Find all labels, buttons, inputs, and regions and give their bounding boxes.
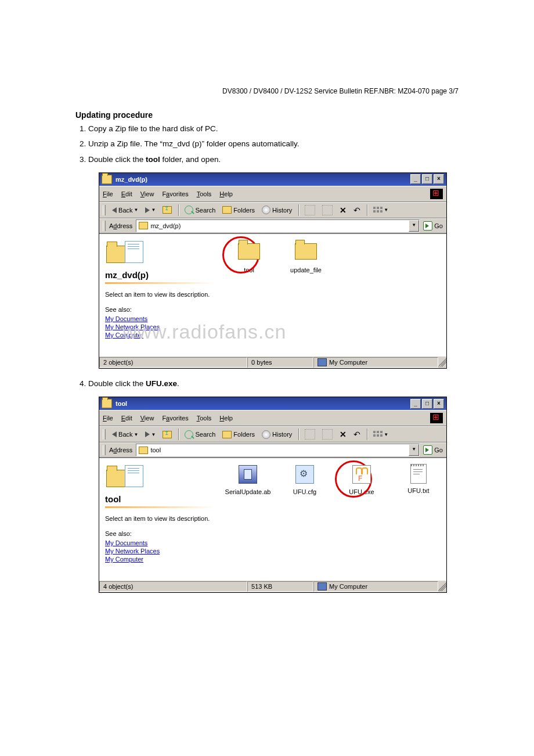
delete-button[interactable]: ✕ bbox=[337, 204, 349, 216]
search-icon bbox=[185, 206, 193, 214]
search-button[interactable]: Search bbox=[182, 429, 218, 440]
back-button[interactable]: Back▼ bbox=[109, 204, 141, 216]
history-button[interactable]: History bbox=[259, 204, 295, 216]
text-file-icon bbox=[410, 464, 427, 484]
menu-favorites[interactable]: Favorites bbox=[162, 190, 188, 197]
status-object-count: 4 object(s) bbox=[99, 581, 247, 592]
address-dropdown-button[interactable]: ▼ bbox=[409, 444, 419, 456]
undo-button[interactable]: ↶ bbox=[351, 429, 363, 440]
resize-grip[interactable] bbox=[438, 358, 446, 367]
title-bar[interactable]: mz_dvd(p) _ □ × bbox=[99, 173, 446, 186]
link-my-documents[interactable]: My Documents bbox=[105, 315, 215, 322]
maximize-button[interactable]: □ bbox=[422, 399, 432, 409]
forward-button[interactable]: ▼ bbox=[142, 429, 158, 440]
window-title: tool bbox=[116, 400, 409, 407]
close-button[interactable]: × bbox=[434, 174, 444, 184]
copy-to-button[interactable] bbox=[319, 204, 335, 216]
views-button[interactable]: ▼ bbox=[370, 429, 391, 440]
menu-view[interactable]: View bbox=[140, 415, 154, 422]
step-1: Copy a Zip file to the hard disk of PC. bbox=[88, 123, 482, 135]
views-icon bbox=[373, 207, 383, 214]
application-icon bbox=[239, 465, 257, 484]
hint-text: Select an item to view its description. bbox=[105, 291, 215, 298]
menu-tools[interactable]: Tools bbox=[197, 190, 212, 197]
move-icon bbox=[305, 429, 315, 440]
folders-button[interactable]: Folders bbox=[219, 204, 258, 216]
search-button[interactable]: Search bbox=[182, 204, 218, 216]
file-label: UFU.txt bbox=[395, 487, 442, 494]
link-my-network-places[interactable]: My Network Places bbox=[105, 323, 215, 330]
file-item-ufu-cfg[interactable]: UFU.cfg bbox=[282, 464, 328, 495]
toolbar-grip[interactable] bbox=[103, 205, 106, 215]
folder-item-update-file[interactable]: update_file bbox=[283, 240, 329, 273]
copy-to-button[interactable] bbox=[319, 429, 335, 440]
menu-edit[interactable]: Edit bbox=[121, 190, 132, 197]
menu-file[interactable]: File bbox=[103, 415, 113, 422]
folders-icon bbox=[222, 206, 232, 214]
standard-toolbar: Back▼ ▼ Search Folders History ✕ ↶ ▼ bbox=[99, 202, 446, 218]
go-button[interactable]: Go bbox=[423, 221, 443, 231]
status-bar: 2 object(s) 0 bytes My Computer bbox=[99, 356, 446, 368]
views-icon bbox=[373, 431, 383, 438]
content-area: tool Select an item to view its descript… bbox=[99, 458, 446, 580]
toolbar-grip[interactable] bbox=[103, 429, 106, 440]
section-title: Updating procedure bbox=[75, 110, 482, 120]
file-item-ufu-txt[interactable]: UFU.txt bbox=[395, 464, 442, 494]
address-dropdown-button[interactable]: ▼ bbox=[409, 220, 419, 232]
minimize-button[interactable]: _ bbox=[410, 174, 421, 184]
address-combo[interactable]: mz_dvd(p) ▼ bbox=[136, 219, 420, 232]
maximize-button[interactable]: □ bbox=[422, 174, 432, 184]
link-my-documents[interactable]: My Documents bbox=[105, 539, 214, 546]
link-my-network-places[interactable]: My Network Places bbox=[105, 548, 214, 555]
menu-edit[interactable]: Edit bbox=[121, 415, 132, 422]
move-to-button[interactable] bbox=[302, 429, 318, 440]
link-my-computer[interactable]: My Computer bbox=[105, 332, 215, 339]
file-item-ufu-exe[interactable]: F UFU.exe bbox=[338, 464, 385, 495]
folder-item-tool[interactable]: tool bbox=[226, 240, 272, 273]
delete-button[interactable]: ✕ bbox=[337, 429, 349, 440]
minimize-button[interactable]: _ bbox=[410, 399, 421, 409]
menu-view[interactable]: View bbox=[140, 190, 154, 197]
history-icon bbox=[262, 206, 270, 214]
title-bar[interactable]: tool _ □ × bbox=[99, 397, 446, 410]
file-label: update_file bbox=[283, 267, 329, 273]
back-button[interactable]: Back▼ bbox=[109, 429, 141, 440]
views-button[interactable]: ▼ bbox=[370, 204, 391, 216]
folder-up-icon bbox=[163, 206, 172, 214]
close-button[interactable]: × bbox=[434, 399, 444, 409]
move-to-button[interactable] bbox=[302, 204, 318, 216]
file-list[interactable]: tool update_file bbox=[221, 234, 446, 356]
status-location: My Computer bbox=[313, 357, 438, 368]
address-grip[interactable] bbox=[103, 221, 106, 231]
history-button[interactable]: History bbox=[259, 429, 295, 440]
up-button[interactable] bbox=[160, 429, 175, 440]
address-grip[interactable] bbox=[103, 445, 106, 455]
menu-help[interactable]: Help bbox=[219, 415, 233, 422]
status-object-count: 2 object(s) bbox=[99, 357, 247, 368]
move-icon bbox=[305, 205, 315, 215]
menu-help[interactable]: Help bbox=[219, 190, 233, 197]
file-item-serialupdate[interactable]: SerialUpdate.ab bbox=[225, 464, 271, 495]
forward-button[interactable]: ▼ bbox=[142, 204, 158, 216]
menu-tools[interactable]: Tools bbox=[197, 415, 212, 422]
step-3: Double click the tool folder, and open. bbox=[88, 154, 482, 165]
address-combo[interactable]: tool ▼ bbox=[136, 444, 420, 456]
menu-file[interactable]: File bbox=[103, 190, 113, 197]
page-header: DV8300 / DV8400 / DV-12S2 Service Bullet… bbox=[222, 87, 459, 95]
explorer-window-mzdvd: mz_dvd(p) _ □ × File Edit View Favorites… bbox=[99, 172, 447, 369]
menu-bar: File Edit View Favorites Tools Help bbox=[99, 186, 446, 202]
folder-icon bbox=[102, 175, 112, 184]
current-folder-title: tool bbox=[105, 494, 214, 504]
menu-favorites[interactable]: Favorites bbox=[162, 415, 188, 422]
go-button[interactable]: Go bbox=[423, 445, 443, 455]
explorer-window-tool: tool _ □ × File Edit View Favorites Tool… bbox=[99, 397, 447, 593]
go-icon bbox=[423, 221, 432, 231]
undo-button[interactable]: ↶ bbox=[351, 204, 363, 216]
window-title: mz_dvd(p) bbox=[116, 176, 409, 183]
address-label: Address bbox=[109, 222, 132, 229]
link-my-computer[interactable]: My Computer bbox=[105, 556, 214, 563]
up-button[interactable] bbox=[160, 204, 175, 216]
file-list[interactable]: SerialUpdate.ab UFU.cfg F UFU.exe UFU.tx… bbox=[220, 458, 446, 580]
resize-grip[interactable] bbox=[438, 582, 446, 591]
folders-button[interactable]: Folders bbox=[219, 429, 258, 440]
